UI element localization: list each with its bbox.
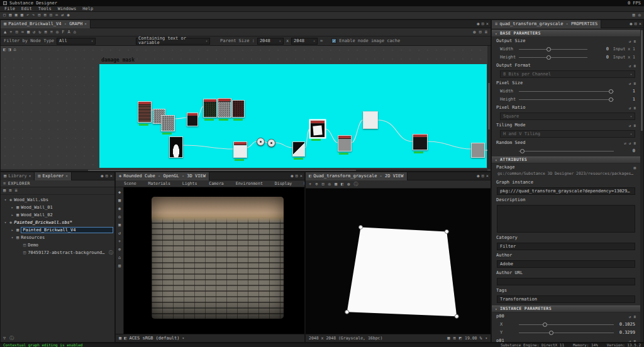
view3d-menu-renderer[interactable]: Renderer — [301, 182, 305, 186]
info-2d-icon[interactable]: ⓘ — [354, 182, 358, 187]
graph-node[interactable] — [169, 136, 183, 158]
graph-node[interactable] — [292, 141, 305, 157]
close-icon[interactable]: × — [110, 174, 113, 179]
shuffle-icon[interactable]: ⇄ — [624, 141, 626, 145]
options-icon[interactable]: ≣ — [633, 315, 636, 319]
menu-edit[interactable]: Edit — [18, 7, 35, 11]
tree-item[interactable]: ▸▦Wood_Wall_02 — [1, 211, 114, 219]
redo-graph-icon[interactable]: ↻ — [38, 30, 41, 35]
section-instance-parameters[interactable]: ▾ INSTANCE PARAMETERS — [492, 306, 640, 312]
zoom-2d-icon[interactable]: ⊕ — [315, 182, 318, 187]
tree-item[interactable]: ◫Demo — [1, 241, 114, 249]
properties-scrollbar[interactable] — [640, 29, 643, 342]
pan-tool-icon[interactable]: + — [9, 30, 12, 35]
grayscale-icon[interactable]: ◍ — [347, 182, 350, 187]
options-icon[interactable]: ≣ — [633, 124, 636, 128]
menu-help[interactable]: Help — [79, 7, 96, 11]
close-icon[interactable]: × — [486, 174, 489, 179]
camera-icon[interactable]: ▣ — [118, 223, 121, 228]
view2d-viewport[interactable] — [306, 189, 491, 334]
options-icon[interactable]: ≣ — [633, 40, 636, 43]
p00-y-value[interactable]: 0.3299 — [616, 331, 635, 335]
graph-node[interactable] — [310, 120, 325, 138]
paste-icon[interactable]: ⊡ — [50, 13, 52, 18]
options-icon[interactable]: ≣ — [633, 141, 636, 145]
pointer-tool-icon[interactable]: ▲ — [4, 30, 6, 35]
info-icon[interactable]: ⓘ — [109, 251, 113, 255]
section-base-parameters[interactable]: ▾ BASE PARAMETERS — [492, 30, 640, 37]
graph-node[interactable] — [138, 101, 152, 123]
category-field[interactable]: Filter — [497, 243, 635, 250]
output-height-slider[interactable] — [519, 53, 587, 62]
graph-node[interactable] — [161, 115, 175, 131]
filter-f-icon[interactable]: F — [62, 30, 64, 35]
open-icon[interactable]: ▤ — [9, 13, 11, 18]
close-icon[interactable]: × — [486, 22, 489, 26]
float-icon[interactable]: ⊡ — [296, 174, 298, 179]
reset-icon[interactable]: ↺ — [629, 339, 631, 343]
undo-icon[interactable]: ↶ — [26, 13, 29, 18]
pan-view-icon[interactable]: + — [118, 240, 121, 244]
graph-node[interactable] — [267, 139, 275, 147]
info-icon[interactable]: ⓘ — [9, 336, 14, 341]
close-icon[interactable]: × — [29, 174, 31, 178]
menu-icon[interactable]: ≡ — [3, 182, 6, 186]
view3d-menu-camera[interactable]: Camera — [206, 182, 226, 186]
graph-node[interactable] — [187, 113, 198, 126]
pin-icon[interactable]: ◉ — [101, 174, 103, 179]
graph-canvas[interactable]: ◧◨⌂ damage mask — [1, 46, 491, 172]
view3d-menu-environment[interactable]: Environment — [233, 182, 266, 186]
graph-instance-field[interactable]: pkg:///quad_transform_grayscale?dependen… — [497, 187, 635, 195]
zoom-level[interactable]: 19.00 % — [465, 336, 482, 341]
scene-icon[interactable]: ◆ — [118, 190, 121, 195]
tab-graph[interactable]: ▦ Painted_Brickwall_V4 - GRAPH × — [1, 20, 91, 28]
float-icon[interactable]: ⊡ — [106, 174, 108, 179]
reset-icon[interactable]: ↺ — [629, 106, 631, 110]
close-icon[interactable]: × — [300, 174, 303, 179]
pixel-height-value[interactable]: 1 — [616, 97, 635, 102]
tab-properties[interactable]: ≣ quad_transform_grayscale - PROPERTIES — [492, 20, 601, 28]
random-seed-value[interactable]: 0 — [616, 149, 635, 153]
options-icon[interactable]: ≣ — [633, 82, 636, 85]
fit-2d-icon[interactable]: ⊡ — [321, 182, 324, 187]
zoom-view-icon[interactable]: ⊕ — [118, 248, 121, 252]
reset-icon[interactable]: ↺ — [629, 64, 631, 68]
graph-vscrollbar[interactable] — [487, 46, 491, 169]
reset-icon[interactable]: ↺ — [629, 82, 631, 85]
reset-view-icon[interactable]: ⌂ — [118, 256, 121, 260]
reset-icon[interactable]: ↺ — [629, 40, 631, 43]
tab-2d-view[interactable]: ◧ Quad_transform_grayscale - 2D VIEW — [306, 172, 408, 180]
channels-icon[interactable]: ◧ — [341, 182, 343, 187]
graph-node[interactable] — [363, 111, 378, 129]
pin-icon[interactable]: ◉ — [477, 174, 479, 179]
tree-item[interactable]: ▾◈Wood_Wall.sbs — [1, 196, 114, 204]
home-view-icon[interactable]: ⌂ — [74, 30, 76, 35]
view3d-menu-scene[interactable]: Scene — [121, 182, 140, 186]
caret-down-icon[interactable]: ▾ — [182, 336, 185, 340]
grid-2d-icon[interactable]: ▦ — [447, 336, 450, 341]
background-2d-icon[interactable]: ◩ — [459, 336, 462, 341]
bookmark-right-icon[interactable]: ◨ — [8, 48, 11, 52]
light-icon[interactable]: ◎ — [118, 215, 121, 219]
tile-2d-icon[interactable]: ⊞ — [453, 336, 456, 341]
pixel-width-slider[interactable] — [519, 87, 614, 96]
p00-x-slider[interactable] — [519, 321, 614, 329]
fit-view-icon[interactable]: ⊡ — [15, 30, 18, 35]
reset-icon[interactable]: ↺ — [629, 315, 631, 319]
output-format-select[interactable]: 8 Bits per Channel▾ — [500, 70, 635, 78]
quad-corner-handle[interactable] — [455, 314, 458, 318]
snap-grid-icon[interactable]: ⊞ — [45, 30, 47, 35]
tree-item[interactable]: ▸▦Wood_Wall_01 — [1, 204, 114, 211]
tree-item[interactable]: ▾◈Painted_Brickwall.sbs* — [1, 219, 114, 226]
description-field[interactable] — [497, 205, 635, 233]
reset-icon[interactable]: ↺ — [629, 141, 631, 145]
parent-size-width-select[interactable]: 2048▾ — [257, 38, 284, 45]
graph-node[interactable] — [232, 100, 245, 118]
expander-icon[interactable]: ▸ — [10, 213, 14, 217]
link-size-icon[interactable]: ∞ — [320, 39, 323, 43]
menu-tools[interactable]: Tools — [35, 7, 55, 11]
more-options-icon[interactable]: ≣ — [485, 30, 487, 35]
redo-icon[interactable]: ↷ — [32, 13, 35, 18]
float-icon[interactable]: ⊡ — [635, 22, 637, 26]
pixel-width-value[interactable]: 1 — [616, 89, 635, 94]
